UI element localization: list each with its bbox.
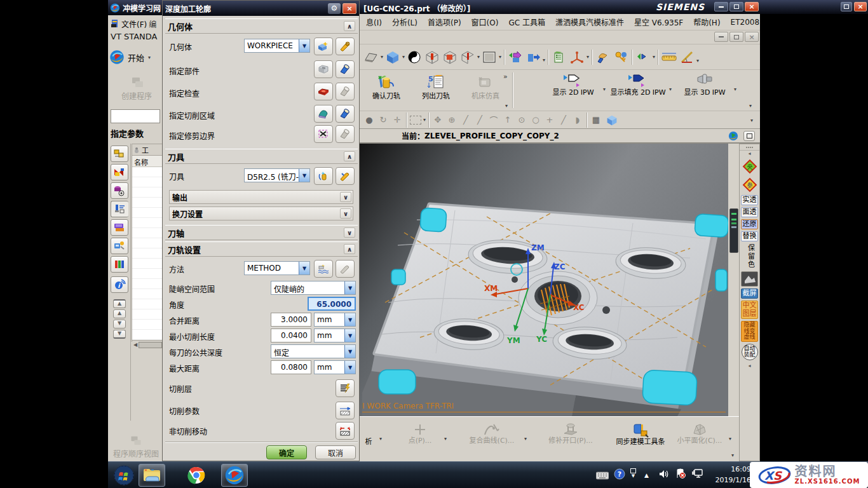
left-window-titlebar[interactable]: 冲模学习网: [108, 0, 163, 15]
grid-icon[interactable]: ▦: [589, 115, 603, 125]
menu-et2008[interactable]: ET2008: [726, 17, 764, 28]
ipw-toolbar-options[interactable]: ▾: [749, 103, 752, 109]
merge-unit-dropdown[interactable]: mm▼: [314, 313, 356, 327]
path-settings-collapse-icon[interactable]: ∧: [344, 244, 355, 254]
menu-preferences[interactable]: 首选项(P): [423, 15, 466, 29]
show-hide-icon[interactable]: [506, 49, 524, 65]
measure-distance-icon[interactable]: [660, 49, 678, 65]
measure-angle-icon[interactable]: [678, 49, 696, 65]
geometry-dd-arrow-icon[interactable]: ▼: [299, 39, 309, 52]
thumbnail-button[interactable]: [741, 271, 758, 287]
highlight-trim-button[interactable]: [336, 125, 355, 143]
desktop-restore-button[interactable]: [841, 2, 852, 11]
keyboard-tray-icon[interactable]: [596, 470, 609, 482]
action-center-tray-icon[interactable]: [675, 468, 686, 482]
wcs-cube-icon[interactable]: [603, 112, 621, 128]
merge-input[interactable]: 3.0000: [271, 313, 311, 327]
volume-tray-icon[interactable]: [658, 469, 670, 482]
method-dropdown[interactable]: METHOD▼: [244, 261, 310, 275]
true-transparent-button[interactable]: 实透: [741, 195, 758, 205]
depth-dropdown[interactable]: 恒定▼: [271, 344, 356, 358]
angle-input[interactable]: 65.0000: [308, 297, 356, 311]
chinese-layer-button[interactable]: 中文图层: [741, 301, 758, 318]
vector-icon[interactable]: ↑: [501, 115, 515, 125]
min-cut-unit-arrow-icon[interactable]: ▼: [344, 329, 355, 342]
screenshot-button[interactable]: 截屏: [741, 288, 758, 299]
min-cut-unit-dropdown[interactable]: mm▼: [314, 329, 356, 342]
desktop-close-button[interactable]: ×: [854, 2, 867, 11]
ok-button[interactable]: 确定: [266, 445, 307, 459]
minimize-button[interactable]: [714, 2, 728, 11]
steep-dropdown[interactable]: 仅陡峭的▼: [271, 281, 356, 295]
sidebar-drag-handle[interactable]: [740, 144, 759, 151]
viewport-scrollbar[interactable]: [729, 208, 738, 253]
sidebar-scroll-left2-icon[interactable]: ◂: [740, 363, 759, 369]
rotate-icon[interactable]: ↻: [376, 115, 390, 125]
tool-axis-section-header[interactable]: 刀轴 ∨: [165, 225, 358, 240]
tab-part-navigator[interactable]: [111, 182, 128, 199]
edit-section-icon[interactable]: [459, 49, 477, 65]
menu-mold-standard[interactable]: 潇洒模具汽模标准件: [550, 15, 629, 29]
keep-color-button[interactable]: 保留色: [745, 244, 754, 269]
mdi-close-button[interactable]: ×: [745, 32, 759, 42]
snap-view-icon[interactable]: [634, 49, 652, 65]
sidebar-scroll-left-icon[interactable]: ◂: [740, 151, 759, 156]
verify-toolpath-button[interactable]: 确认刀轨: [366, 74, 407, 101]
list-hscrollbar[interactable]: ◀: [132, 340, 162, 349]
max-dist-unit-dropdown[interactable]: mm▼: [314, 360, 356, 374]
face-icon[interactable]: ◗: [571, 115, 585, 125]
facet-caret[interactable]: ▾: [729, 436, 731, 442]
bottom-toolbar-options[interactable]: ▾: [731, 452, 734, 458]
edit-tool-button[interactable]: [336, 167, 355, 185]
menu-clipped[interactable]: 编: [149, 18, 156, 29]
cut-params-button[interactable]: [336, 402, 355, 419]
tab-process-assistant[interactable]: [111, 238, 128, 254]
edit-geometry-button[interactable]: [336, 37, 355, 55]
taskbar-clock[interactable]: 16:09 2019/1/16: [712, 464, 751, 485]
machine-sim-button[interactable]: 机床仿真: [465, 74, 506, 101]
tool-axis-expand-icon[interactable]: ∨: [344, 227, 355, 238]
pan-icon[interactable]: ✛: [390, 115, 404, 125]
clip-section-icon[interactable]: [441, 49, 459, 65]
scroll-bottom-button[interactable]: ▼: [113, 330, 126, 339]
show-2d-ipw-button[interactable]: 显示 2D IPW: [545, 72, 601, 97]
tab-internet-explorer[interactable]: i: [111, 276, 128, 293]
tool-change-expand-icon[interactable]: ∨: [340, 208, 351, 219]
cancel-button[interactable]: 取消: [315, 445, 356, 459]
point-icon[interactable]: +: [543, 115, 557, 125]
background-icon[interactable]: [480, 49, 498, 65]
circle-icon[interactable]: ○: [529, 115, 543, 125]
fullscreen-icon[interactable]: [743, 131, 755, 141]
select-trim-button[interactable]: [314, 125, 333, 143]
line-icon[interactable]: ╱: [459, 115, 473, 125]
csys-icon[interactable]: [568, 49, 586, 65]
shaded-view-icon[interactable]: [384, 49, 402, 65]
replace-button[interactable]: 替换: [741, 231, 758, 241]
geometry-collapse-icon[interactable]: ∧: [344, 21, 355, 31]
max-dist-unit-arrow-icon[interactable]: ▼: [344, 361, 355, 374]
show-filled-2d-ipw-button[interactable]: 显示填充 2D IPW: [609, 72, 667, 97]
new-method-button[interactable]: [314, 260, 333, 278]
diamond-green-macro-button[interactable]: 央: [741, 158, 758, 175]
scroll-up-button[interactable]: ▲: [113, 309, 126, 318]
move-object-icon[interactable]: ✥: [431, 115, 445, 125]
viewport-3d-model[interactable]: ZM ZC XM XC YM YC: [360, 144, 728, 416]
point-tool-button[interactable]: 点(P)...: [398, 422, 442, 445]
tool-dropdown[interactable]: D5R2.5 (铣刀-▼: [244, 168, 310, 182]
output-subsection[interactable]: 输出∨: [169, 190, 353, 204]
facet-body-button[interactable]: 小平面化(C)...: [672, 422, 727, 445]
tool-change-subsection[interactable]: 换刀设置∨: [169, 207, 353, 220]
highlight-check-button[interactable]: [336, 83, 355, 100]
graphics-viewport[interactable]: ZM ZC XM XC YM YC I WORK Camera TFR-TRI: [360, 144, 728, 416]
highlight-part-button[interactable]: [336, 60, 355, 78]
restore-display-button[interactable]: 还原: [741, 219, 758, 229]
sync-modeling-button[interactable]: 同步建模工具条: [611, 422, 670, 447]
tab-constraint-navigator[interactable]: [111, 164, 128, 180]
marquee-select-icon[interactable]: [410, 116, 421, 125]
geometry-dropdown[interactable]: WORKPIECE▼: [244, 39, 310, 53]
start-button-windows[interactable]: [111, 464, 137, 487]
slope-icon[interactable]: ╱: [557, 115, 571, 125]
scroll-left-icon[interactable]: ◀: [132, 342, 139, 348]
menu-information[interactable]: 息(I): [361, 15, 387, 29]
create-program-tool[interactable]: 创建程序: [114, 75, 159, 108]
